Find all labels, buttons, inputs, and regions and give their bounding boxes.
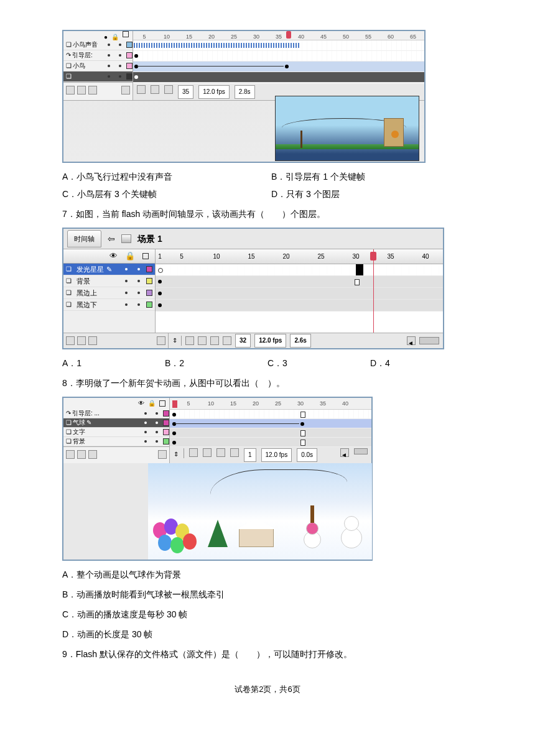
track3-balloon [170,419,371,428]
elapsed-time: 2.6s [290,334,310,348]
footer-2: ⇕ 32 12.0 fps 2.6s ◄ [63,333,443,348]
current-frame: 1 [244,448,256,462]
scroll-arrow-icon: ⇕ [174,448,179,462]
ruler-numbers-3: 1 510 1520 2530 3540 [170,398,371,410]
track-bottom [156,300,443,311]
new-guide-icon [77,336,86,345]
q6-options-row1: A．小鸟飞行过程中没有声音 B．引导层有 1 个关键帧 [62,168,473,185]
color-swatch [163,429,169,435]
edit-multi-icon [216,448,225,457]
track-sound [133,40,424,51]
page-footer: 试卷第2页，共6页 [62,681,473,698]
timeline-1: ● 🔒 ❏ 小鸟声音 ↷ 引导层: ❏ 小鸟 [63,31,424,101]
flash-screenshot-1: ● 🔒 ❏ 小鸟声音 ↷ 引导层: ❏ 小鸟 [62,30,426,163]
color-swatch [163,438,169,445]
fps: 12.0 fps [261,448,292,462]
red-bird-icon [391,131,399,138]
fps: 12.0 fps [254,334,286,348]
layer-list-1: ● 🔒 ❏ 小鸟声音 ↷ 引导层: ❏ 小鸟 [63,31,133,100]
playhead-icon [370,252,376,260]
ruler-2: 1 510 1520 2530 3540 [156,249,443,333]
option-a: A．小鸟飞行过程中没有声音 [62,168,264,185]
ruler-1: 510 1520 2530 3540 4550 5560 65 [133,31,424,100]
track-bg [156,276,443,288]
playhead-line [373,249,374,333]
page-icon: ❏ [66,275,72,287]
layer-row-background: ❏ [63,71,133,82]
outline-box-icon [159,400,165,407]
layer-buttons [63,82,133,98]
new-layer-icon [66,86,75,94]
new-folder-icon [88,336,97,345]
new-guide-icon [77,86,86,94]
scrollbar-thumb [354,448,368,454]
page-icon: ❏ [66,70,72,83]
playhead-icon [172,400,177,408]
balloon-green [170,537,184,553]
lock-icon: 🔒 [125,248,135,264]
track3-text [170,428,371,438]
pencil-icon: ✎ [106,262,112,276]
outline-box-icon [123,31,129,37]
layer-name: 背景 [73,435,85,448]
option-b: B．2 [165,354,268,372]
track-bird [133,62,424,72]
track-spacer [156,311,443,333]
onion-icon [185,336,194,345]
onion-outline-icon [198,336,207,345]
page-icon: ❏ [66,435,72,448]
lock-icon: 🔒 [148,397,156,410]
tracks-3 [170,410,371,447]
q7-options: A．1 B．2 C．3 D．4 [62,354,473,372]
fps: 12.0 fps [198,85,230,99]
question-7: 7．如图，当前 flash 动画时间轴显示，该动画共有（ ）个图层。 [62,205,473,223]
layer-list-2: 👁 🔒 ❏ 发光星星 ✎ ❏ 背景 ❏ 黑边上 [63,249,156,333]
edit-multi-icon [210,336,219,345]
outline-box-icon [142,253,149,259]
new-layer-icon [66,450,75,459]
option-d: D．只有 3 个图层 [271,185,473,203]
footer-right: ⇕ 32 12.0 fps 2.6s ◄ [169,334,443,348]
q8-option-b: B．动画播放时能看到气球被一根黑线牵引 [62,586,473,603]
elapsed-time: 0.0s [297,448,317,462]
tab-header: 时间轴 ⇦ 场景 1 [63,229,443,249]
color-swatch [146,302,152,308]
new-folder-icon [88,86,97,94]
scene-icon [121,234,131,243]
ruler-numbers-2: 1 510 1520 2530 3540 [156,249,443,264]
pencil-icon: ✎ [86,417,91,429]
page-icon: ❏ [66,287,72,299]
color-swatch [146,266,152,272]
color-swatch [126,52,133,58]
track3-guide [170,410,371,419]
track-top [156,288,443,300]
marker-icon [223,336,231,345]
new-folder-icon [88,450,97,459]
slingshot-icon [300,131,302,148]
ruler-3: 1 510 1520 2530 3540 [170,398,371,463]
back-arrow-icon: ⇦ [108,230,115,247]
layer-row-bg3: ❏ 背景 [63,437,169,446]
tree-icon [208,520,228,547]
q8-option-c: C．动画的播放速度是每秒 30 帧 [62,606,473,623]
option-c: C．3 [268,354,370,372]
track-bg [133,72,424,83]
option-a: A．1 [62,354,165,372]
q8-option-a: A．整个动画是以气球作为背景 [62,566,473,583]
scroll-left-icon: ◄ [340,448,349,457]
scrollbar-thumb [419,337,439,344]
ruler-numbers: 510 1520 2530 3540 4550 5560 65 [133,31,424,40]
new-guide-icon [77,450,86,459]
scroll-left-icon: ◄ [407,336,416,345]
layer-name: 黑边下 [77,298,97,311]
page-icon: ❏ [66,298,72,311]
current-frame: 32 [235,334,251,348]
layer-list-spacer [63,311,155,332]
layer-header-2: 👁 🔒 [63,249,155,264]
question-9: 9．Flash 默认保存的文件格式（源文件）是（ ），可以随时打开修改。 [62,645,473,663]
option-d: D．4 [370,354,473,372]
option-c: C．小鸟层有 3 个关键帧 [62,185,264,203]
track-stars [156,264,443,276]
new-layer-icon [66,336,75,345]
track3-bg [170,438,371,447]
